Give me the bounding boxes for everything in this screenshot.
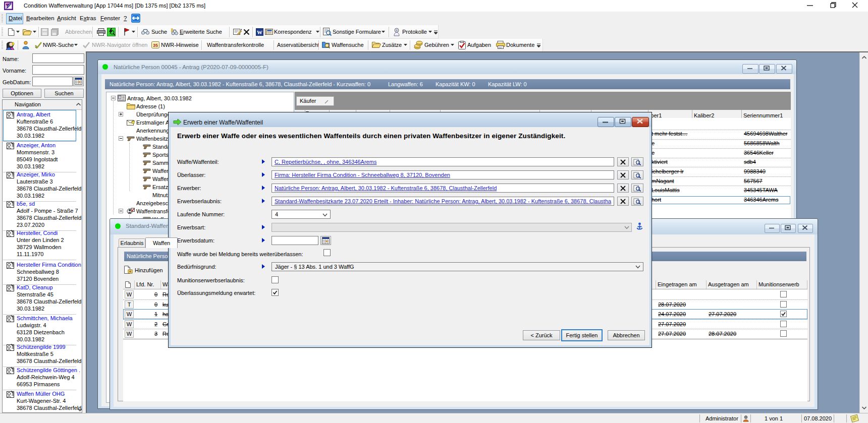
svg-text:W: W <box>257 29 262 35</box>
svg-text:35: 35 <box>153 43 158 48</box>
